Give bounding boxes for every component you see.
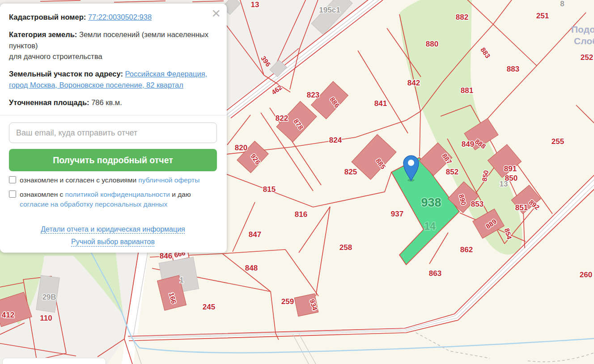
map-label-245: 245 [203,303,215,311]
email-input[interactable] [9,123,217,143]
map-label-Подоль: Подоль [571,24,594,34]
map-label-862: 862 [460,245,473,254]
map-label-825: 825 [344,168,357,176]
consent-privacy-checkbox[interactable] [9,190,16,198]
report-details-link[interactable]: Детали отчета и юридическая информация [41,225,185,233]
area-row: Уточненная площадь: 786 кв.м. [9,97,217,108]
map-label-13: 13 [500,180,508,188]
map-label-853: 853 [471,200,484,208]
area-value: 786 кв.м. [91,98,122,106]
map-label-258: 258 [339,243,352,252]
map-label-848: 848 [245,264,258,272]
address-label: Земельный участок по адресу: [9,70,123,78]
map-label-13: 13 [251,0,259,9]
cadastral-number-link[interactable]: 77:22:0030502:938 [88,13,152,21]
get-report-button[interactable]: Получить подробный отчет [9,149,217,171]
map-label-815: 815 [263,185,276,194]
map-label-842: 842 [407,79,420,87]
map-label-841: 841 [374,99,387,108]
offer-link[interactable]: публичной оферты [138,176,199,184]
map-label-863: 863 [429,269,441,278]
category-label: Категория земель: [9,30,77,38]
consent-offer-row: ознакомлен и согласен с условиями публич… [9,175,217,185]
bottom-bar[interactable] [2,358,106,364]
map-label-195с1: 195с1 [319,6,340,14]
map-label-883: 883 [479,46,492,59]
map-label-891: 891 [504,165,517,173]
map-label-852: 852 [446,168,458,176]
consent-privacy-text: ознакомлен с политикой конфиденциальност… [20,190,191,210]
map-label-880: 880 [426,40,438,48]
area-label: Уточненная площадь: [9,98,89,106]
map-label-847: 847 [249,230,261,239]
map-label-1: 1 [179,276,183,284]
map-label-29В: 29В [42,293,56,301]
manual-select-link[interactable]: Ручной выбор вариантов [71,238,155,245]
map-label-937: 937 [391,210,403,218]
map-label-824: 824 [329,136,342,144]
map-label-251: 251 [536,12,549,20]
map-label-259: 259 [281,297,294,306]
map-label-849: 849 [462,140,474,148]
consent-offer-checkbox[interactable] [9,176,16,183]
map-label-881: 881 [461,86,473,95]
footer-links: Детали отчета и юридическая информация Р… [9,223,217,249]
consent-privacy-row: ознакомлен с политикой конфиденциальност… [9,190,217,210]
map-label-8: 8 [560,0,564,8]
map-label-260: 260 [580,271,592,279]
map-label-255: 255 [552,137,564,146]
map-label-883: 883 [507,65,519,73]
category-extra: для дачного строительства [9,52,102,60]
cadastral-number-label: Кадастровый номер: [9,13,86,21]
map-label-252: 252 [581,53,593,62]
map-label-Слоб: Слоб [574,36,594,46]
app-window: 13195с18882251880883883881252ПодольСлоб3… [0,0,594,364]
map-label-822: 822 [276,114,288,123]
category-row: Категория земель: Земли поселений (земли… [9,29,217,62]
map-label-851: 851 [515,203,528,212]
map-label-823: 823 [307,91,319,99]
map-label-14: 14 [424,220,436,232]
map-label-820: 820 [235,144,247,152]
consent-offer-text: ознакомлен и согласен с условиями публич… [20,175,199,185]
dashed-utility-line [416,333,594,362]
parcel-info-panel: × Кадастровый номер: 77:22:0030502:938 К… [0,4,227,253]
privacy-policy-link[interactable]: политикой конфиденциальности [65,190,170,198]
map-label-882: 882 [456,13,468,21]
divider [0,115,227,115]
map-label-938: 938 [421,196,441,209]
map-label-816: 816 [295,210,307,219]
map-label-110: 110 [40,314,52,322]
cadastral-number-row: Кадастровый номер: 77:22:0030502:938 [9,12,217,23]
address-row: Земельный участок по адресу: Российская … [9,68,217,91]
map-label-846: 846 [160,252,172,260]
personal-data-link[interactable]: согласие на обработку персональных данны… [20,200,167,208]
close-icon[interactable]: × [212,5,221,21]
map-label-412: 412 [2,311,14,319]
